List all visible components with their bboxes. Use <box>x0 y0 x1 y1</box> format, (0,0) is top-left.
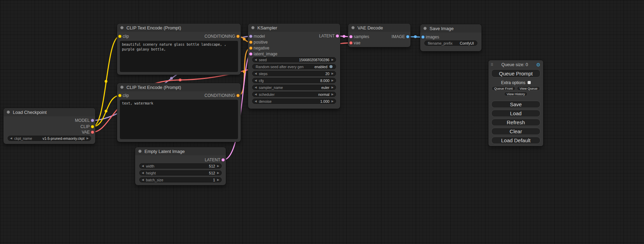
collapse-toggle-icon[interactable] <box>138 150 142 153</box>
input-pin-latent-image[interactable] <box>249 52 253 56</box>
input-slot-positive: positive <box>254 39 268 45</box>
widget-denoise[interactable]: ◀ denoise 1.000 ▶ <box>252 99 336 104</box>
node-titlebar[interactable]: CLIP Text Encode (Prompt) <box>117 83 241 91</box>
widget-steps[interactable]: ◀ steps 20 ▶ <box>252 71 336 76</box>
node-titlebar[interactable]: KSampler <box>248 24 340 32</box>
slot-label: images <box>426 35 439 39</box>
prompt-textarea[interactable]: text, watermark <box>120 100 238 139</box>
decrement-arrow-icon[interactable]: ◀ <box>253 78 259 83</box>
load-default-button[interactable]: Load Default <box>491 137 540 144</box>
widget-height[interactable]: ◀ height 512 ▶ <box>139 170 222 175</box>
collapse-toggle-icon[interactable] <box>351 26 355 29</box>
decrement-arrow-icon[interactable]: ◀ <box>253 92 259 97</box>
widget-label: steps <box>259 72 267 76</box>
widget-scheduler[interactable]: ◀ scheduler normal ▶ <box>252 92 336 97</box>
decrement-arrow-icon[interactable]: ◀ <box>140 178 146 182</box>
input-pin-clip[interactable] <box>118 94 122 97</box>
widget-value: ComfyUI <box>460 41 474 45</box>
queue-prompt-button[interactable]: Queue Prompt <box>491 69 540 78</box>
refresh-button[interactable]: Refresh <box>491 119 540 126</box>
input-pin-images[interactable] <box>421 35 425 39</box>
collapse-toggle-icon[interactable] <box>251 26 255 29</box>
node-clip-text-encode-positive[interactable]: CLIP Text Encode (Prompt) clip CONDITION… <box>117 24 241 75</box>
drag-handle-icon[interactable]: ⠿ <box>491 63 493 67</box>
widget-cfg[interactable]: ◀ cfg 8.000 ▶ <box>252 78 336 83</box>
decrement-arrow-icon[interactable]: ◀ <box>253 71 259 76</box>
slot-label: VAE <box>82 130 90 135</box>
view-history-button[interactable]: View History <box>504 92 528 96</box>
node-titlebar[interactable]: Save Image <box>420 24 482 33</box>
collapse-toggle-icon[interactable] <box>7 110 10 114</box>
collapse-toggle-icon[interactable] <box>120 26 124 29</box>
widget-filename-prefix[interactable]: filename_prefix ComfyUI <box>424 40 477 46</box>
input-pin-clip[interactable] <box>118 35 122 38</box>
decrement-arrow-icon[interactable]: ◀ <box>140 164 146 168</box>
input-pin-samples[interactable] <box>349 35 353 38</box>
load-button[interactable]: Load <box>491 110 540 117</box>
prompt-textarea[interactable]: beautiful scenery nature glass bottle la… <box>120 41 238 72</box>
clear-button[interactable]: Clear <box>491 128 540 135</box>
decrement-arrow-icon[interactable]: ◀ <box>253 57 259 62</box>
input-pin-model[interactable] <box>249 35 253 38</box>
input-pin-vae[interactable] <box>349 41 353 45</box>
widget-batch-size[interactable]: ◀ batch_size 1 ▶ <box>139 177 222 182</box>
output-pin-model[interactable] <box>91 119 94 122</box>
widget-ckpt-name[interactable]: ◀ ckpt_name v1-5-pruned-emaonly.ckpt ▶ <box>8 136 91 141</box>
output-pin-image[interactable] <box>406 35 409 38</box>
output-pin-vae[interactable] <box>91 130 94 134</box>
decrement-arrow-icon[interactable]: ◀ <box>8 136 14 141</box>
node-empty-latent-image[interactable]: Empty Latent Image LATENT ◀ width 512 ▶ … <box>135 147 226 185</box>
toggle-knob-icon[interactable] <box>329 65 333 68</box>
input-pin-positive[interactable] <box>249 40 253 44</box>
increment-arrow-icon[interactable]: ▶ <box>329 99 336 103</box>
output-pin-clip[interactable] <box>91 125 94 128</box>
node-load-checkpoint[interactable]: Load Checkpoint MODEL CLIP VAE ◀ ckpt_na… <box>3 108 95 144</box>
output-pin-latent[interactable] <box>221 158 225 162</box>
node-titlebar[interactable]: Empty Latent Image <box>135 147 226 155</box>
widget-width[interactable]: ◀ width 512 ▶ <box>139 163 222 169</box>
increment-arrow-icon[interactable]: ▶ <box>215 164 221 168</box>
widget-label: scheduler <box>259 92 275 97</box>
decrement-arrow-icon[interactable]: ◀ <box>140 171 146 175</box>
node-titlebar[interactable]: VAE Decode <box>348 24 411 32</box>
increment-arrow-icon[interactable]: ▶ <box>215 178 221 182</box>
slot-label: negative <box>254 46 269 51</box>
widget-random-seed-toggle[interactable]: Random seed after every gen enabled <box>252 64 336 69</box>
node-ksampler[interactable]: KSampler model positive negative latent_… <box>248 24 340 109</box>
queue-front-button[interactable]: Queue Front <box>492 86 515 91</box>
collapse-toggle-icon[interactable] <box>120 85 124 89</box>
settings-gear-icon[interactable]: ⚙ <box>536 62 540 67</box>
increment-arrow-icon[interactable]: ▶ <box>329 71 336 76</box>
increment-arrow-icon[interactable]: ▶ <box>329 85 336 90</box>
slot-label: CONDITIONING <box>204 34 235 39</box>
node-title: CLIP Text Encode (Prompt) <box>126 85 181 90</box>
extra-options-checkbox[interactable] <box>528 81 531 84</box>
widget-label: height <box>146 171 156 175</box>
collapse-toggle-icon[interactable] <box>423 27 427 30</box>
increment-arrow-icon[interactable]: ▶ <box>329 92 336 97</box>
save-button[interactable]: Save <box>491 101 540 108</box>
input-pin-negative[interactable] <box>249 46 253 50</box>
increment-arrow-icon[interactable]: ▶ <box>329 57 336 62</box>
slot-label: latent_image <box>254 52 277 56</box>
slot-label: CLIP <box>80 124 90 129</box>
view-queue-button[interactable]: View Queue <box>517 86 540 91</box>
widget-seed[interactable]: ◀ seed 156680208700286 ▶ <box>252 57 336 62</box>
increment-arrow-icon[interactable]: ▶ <box>329 78 336 83</box>
increment-arrow-icon[interactable]: ▶ <box>215 171 221 175</box>
node-titlebar[interactable]: Load Checkpoint <box>3 108 95 116</box>
link-midpoint-dot <box>414 35 417 38</box>
decrement-arrow-icon[interactable]: ◀ <box>253 85 259 90</box>
node-clip-text-encode-negative[interactable]: CLIP Text Encode (Prompt) clip CONDITION… <box>117 83 241 142</box>
node-save-image[interactable]: Save Image images filename_prefix ComfyU… <box>420 24 482 51</box>
widget-sampler-name[interactable]: ◀ sampler_name euler ▶ <box>252 85 336 90</box>
increment-arrow-icon[interactable]: ▶ <box>85 136 91 141</box>
decrement-arrow-icon[interactable]: ◀ <box>253 99 259 103</box>
input-slot-samples: samples <box>354 34 369 39</box>
output-pin-conditioning[interactable] <box>236 94 240 97</box>
output-pin-conditioning[interactable] <box>236 35 240 38</box>
output-pin-latent[interactable] <box>336 34 339 38</box>
node-titlebar[interactable]: CLIP Text Encode (Prompt) <box>117 24 241 32</box>
node-vae-decode[interactable]: VAE Decode samples vae IMAGE <box>348 24 411 47</box>
comfy-menu[interactable]: ⠿ Queue size: 0 ⚙ Queue Prompt Extra opt… <box>488 60 543 146</box>
